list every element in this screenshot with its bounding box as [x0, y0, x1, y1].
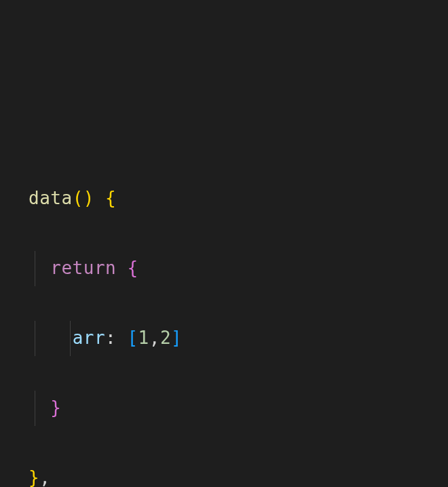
property-name: arr: [73, 328, 105, 348]
code-editor[interactable]: data() { return { arr: [1,2] } }, watch:…: [0, 147, 448, 487]
bracket-open: [: [127, 328, 138, 348]
bracket-close: ]: [171, 328, 182, 348]
space: [116, 328, 127, 348]
code-line: return {: [0, 251, 448, 286]
comma: ,: [39, 467, 50, 487]
code-line: arr: [1,2]: [0, 321, 448, 355]
brace-open: {: [127, 258, 138, 278]
code-line: }: [0, 391, 448, 425]
brace-close: }: [29, 467, 39, 487]
comma: ,: [149, 328, 160, 348]
number: 1: [138, 328, 149, 348]
space: [116, 258, 127, 278]
number: 2: [160, 328, 171, 348]
colon: :: [105, 328, 116, 348]
function-name: data: [29, 188, 73, 208]
keyword-return: return: [50, 258, 116, 278]
paren: (): [73, 188, 94, 208]
code-line: data() {: [0, 181, 448, 216]
code-line: },: [0, 461, 448, 487]
space: [94, 188, 105, 208]
brace-close: }: [50, 397, 61, 418]
brace-open: {: [105, 188, 116, 208]
